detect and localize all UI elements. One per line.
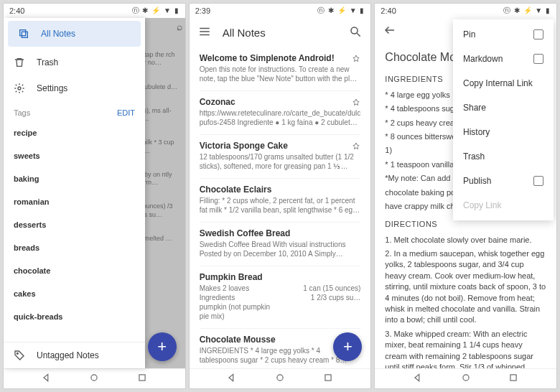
svg-rect-1 xyxy=(22,32,27,37)
note-snippet: Filling: * 2 cups whole, 2 percent fat, … xyxy=(200,196,361,215)
nav-home-icon[interactable] xyxy=(89,373,99,385)
drawer-untagged[interactable]: Untagged Notes xyxy=(4,342,145,368)
navigation-drawer: All Notes Trash Settings Tags EDIT recip… xyxy=(4,18,145,368)
note-list[interactable]: Welcome to Simplenote Android!Open this … xyxy=(190,47,371,368)
screen-drawer: 2:40 ⓝ ✱ ⚡ ▼ ▮ ⌕ de, tap the rch your no… xyxy=(3,3,186,389)
menu-copy-link: Copy Link xyxy=(453,193,554,218)
note-title: Welcome to Simplenote Android! xyxy=(200,53,361,63)
menu-label: Publish xyxy=(463,176,491,186)
drawer-trash[interactable]: Trash xyxy=(4,50,145,75)
nav-back-icon[interactable] xyxy=(42,373,52,385)
menu-publish[interactable]: Publish xyxy=(453,169,554,193)
svg-rect-0 xyxy=(20,30,26,36)
svg-point-2 xyxy=(18,87,21,90)
note-item[interactable]: Chocolate EclairsFilling: * 2 cups whole… xyxy=(200,179,361,223)
notes-icon xyxy=(18,28,29,39)
menu-history[interactable]: History xyxy=(453,120,554,144)
nav-home-icon[interactable] xyxy=(275,373,285,385)
nav-back-icon[interactable] xyxy=(413,373,423,385)
drawer-item-label: All Notes xyxy=(41,29,75,39)
menu-label: Copy Internal Link xyxy=(463,78,533,88)
menu-label: Share xyxy=(463,103,486,113)
search-icon[interactable] xyxy=(349,25,362,40)
status-icons: ⓝ ✱ ⚡ ▼ ▮ xyxy=(317,6,365,16)
note-title: Cozonac xyxy=(200,97,361,107)
menu-label: Pin xyxy=(463,29,475,39)
note-item[interactable]: Cozonachttps://www.reteteculinare.ro/car… xyxy=(200,91,361,135)
page-title: All Notes xyxy=(223,27,338,39)
menu-pin[interactable]: Pin xyxy=(453,22,554,47)
tag-item[interactable]: romanian xyxy=(4,190,145,213)
menu-label: Markdown xyxy=(463,54,503,64)
menu-label: Copy Link xyxy=(463,200,501,210)
tag-item[interactable]: recipe xyxy=(4,121,145,144)
hamburger-icon[interactable] xyxy=(198,25,211,40)
nav-back-icon[interactable] xyxy=(227,373,237,385)
note-snippet: Open this note for instructions. To crea… xyxy=(200,65,361,83)
nav-recent-icon[interactable] xyxy=(508,373,518,385)
trash-icon xyxy=(14,57,25,68)
note-snippet: https://www.reteteculinare.ro/carte_de_b… xyxy=(200,108,361,127)
menu-markdown[interactable]: Markdown xyxy=(453,47,554,71)
tag-item[interactable]: sweets xyxy=(4,144,145,167)
system-nav xyxy=(375,368,556,388)
drawer-item-label: Trash xyxy=(37,57,58,67)
system-nav xyxy=(190,368,371,388)
menu-label: History xyxy=(463,127,490,137)
svg-point-14 xyxy=(463,375,469,381)
tags-label: Tags xyxy=(14,108,30,117)
drawer-item-label: Untagged Notes xyxy=(37,350,99,360)
directions-header: DIRECTIONS xyxy=(385,219,546,230)
tag-item[interactable]: baking xyxy=(4,167,145,190)
svg-point-4 xyxy=(91,375,97,381)
tags-header: Tags EDIT xyxy=(4,101,145,121)
note-item[interactable]: Swedish Coffee BreadSwedish Coffee Bread… xyxy=(200,223,361,266)
menu-copy-internal-link[interactable]: Copy Internal Link xyxy=(453,71,554,95)
note-title: Victoria Sponge Cake xyxy=(200,141,361,151)
nav-home-icon[interactable] xyxy=(461,373,471,385)
tag-item[interactable]: quick-breads xyxy=(4,305,145,328)
note-snippet: Makes 2 loaves Ingredientspumpkin (not p… xyxy=(200,284,361,321)
checkbox-icon[interactable] xyxy=(533,54,543,64)
drawer-settings[interactable]: Settings xyxy=(4,75,145,101)
menu-trash[interactable]: Trash xyxy=(453,144,554,169)
note-item[interactable]: Victoria Sponge Cake12 tablespoons/170 g… xyxy=(200,135,361,179)
pin-icon xyxy=(352,97,360,106)
pin-icon xyxy=(352,141,360,149)
note-item[interactable]: Welcome to Simplenote Android!Open this … xyxy=(200,47,361,91)
note-title: Swedish Coffee Bread xyxy=(200,228,361,238)
svg-rect-5 xyxy=(139,375,145,381)
overflow-menu: Pin Markdown Copy Internal Link Share Hi… xyxy=(453,19,554,220)
pin-icon xyxy=(352,53,360,62)
checkbox-icon[interactable] xyxy=(533,176,543,186)
status-icons: ⓝ ✱ ⚡ ▼ ▮ xyxy=(503,6,551,16)
svg-point-3 xyxy=(17,353,18,354)
status-time: 2:40 xyxy=(9,6,24,15)
tags-edit-button[interactable]: EDIT xyxy=(117,108,135,117)
tag-item[interactable]: cakes xyxy=(4,282,145,305)
status-bar: 2:39 ⓝ ✱ ⚡ ▼ ▮ xyxy=(190,4,371,18)
screen-note-detail: 2:40 ⓝ ✱ ⚡ ▼ ▮ Chocolate Mousse INGREDIE… xyxy=(374,3,557,389)
drawer-all-notes[interactable]: All Notes xyxy=(8,21,141,47)
back-icon[interactable] xyxy=(383,24,396,39)
note-item[interactable]: Pumpkin BreadMakes 2 loaves Ingredientsp… xyxy=(200,266,361,329)
menu-label: Trash xyxy=(463,151,485,162)
fab-new-note[interactable]: + xyxy=(148,332,177,361)
menu-share[interactable]: Share xyxy=(453,95,554,120)
tag-item[interactable]: chocolate xyxy=(4,259,145,282)
app-bar: All Notes xyxy=(190,18,371,47)
svg-point-11 xyxy=(277,375,283,381)
checkbox-icon[interactable] xyxy=(533,29,543,39)
tag-item[interactable]: breads xyxy=(4,236,145,259)
note-title: Pumpkin Bread xyxy=(200,272,361,282)
gear-icon xyxy=(14,83,25,94)
note-snippet: 12 tablespoons/170 grams unsalted butter… xyxy=(200,152,361,171)
tag-item[interactable]: desserts xyxy=(4,213,145,236)
nav-recent-icon[interactable] xyxy=(323,373,333,385)
status-bar: 2:40 ⓝ ✱ ⚡ ▼ ▮ xyxy=(4,4,185,18)
nav-recent-icon[interactable] xyxy=(137,373,147,385)
svg-line-10 xyxy=(358,33,361,37)
status-time: 2:40 xyxy=(381,6,396,15)
status-icons: ⓝ ✱ ⚡ ▼ ▮ xyxy=(132,6,179,16)
svg-rect-15 xyxy=(510,375,516,381)
